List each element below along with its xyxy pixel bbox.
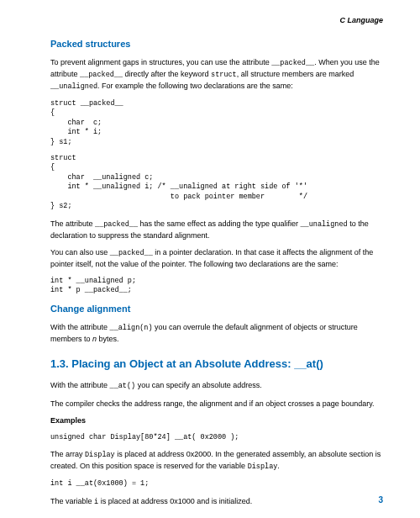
code-inline: __unaligned: [301, 220, 348, 229]
text: The variable: [50, 497, 94, 505]
code-inline: __packed__: [95, 220, 138, 229]
text: .: [277, 462, 280, 470]
code-inline: Display: [248, 462, 278, 471]
code-inline: Display: [85, 451, 115, 459]
examples-label: Examples: [50, 415, 383, 426]
text: The attribute: [50, 219, 95, 228]
paragraph: The variable i is placed at address 0x10…: [50, 496, 383, 508]
code-block: struct __packed__ { char c; int * i; } s…: [50, 99, 383, 147]
text: is placed at address 0x1000 and is initi…: [98, 497, 252, 505]
text: To prevent alignment gaps in structures,…: [50, 58, 271, 66]
text: directly after the keyword: [123, 70, 211, 78]
text: You can also use: [50, 248, 110, 256]
section-heading-alignment: Change alignment: [50, 303, 383, 315]
section-heading-packed: Packed structures: [50, 38, 383, 50]
code-inline: __packed__: [271, 59, 314, 67]
code-inline: __packed__: [110, 249, 153, 257]
text: , all structure members are marked: [237, 70, 354, 78]
code-block: struct { char __unaligned c; int * __una…: [50, 154, 383, 212]
paragraph: The attribute __packed__ has the same ef…: [50, 219, 383, 240]
code-block: unsigned char Display[80*24] __at( 0x200…: [50, 433, 383, 442]
code-block: int i __at(0x1000) = 1;: [50, 479, 383, 489]
paragraph: To prevent alignment gaps in structures,…: [50, 57, 383, 92]
text: has the same effect as adding the type q…: [138, 219, 300, 228]
text: . For example the following two declarat…: [97, 82, 293, 90]
text: With the attribute: [50, 381, 110, 389]
paragraph: The array Display is placed at address 0…: [50, 449, 383, 473]
code-inline: struct: [211, 71, 237, 79]
text: you can specify an absolute address.: [135, 381, 262, 389]
code-block: int * __unaligned p; int * p __packed__;: [50, 277, 383, 296]
text: bytes.: [97, 335, 119, 343]
page-number: 3: [378, 494, 383, 506]
paragraph: You can also use __packed__ in a pointer…: [50, 247, 383, 269]
code-inline: __at(): [110, 382, 136, 390]
text: With the attribute: [50, 323, 110, 331]
code-inline: __unaligned: [50, 82, 97, 91]
paragraph: The compiler checks the address range, t…: [50, 399, 383, 410]
code-inline: __align(n): [110, 324, 153, 332]
paragraph: With the attribute __at() you can specif…: [50, 380, 383, 392]
text: The array: [50, 450, 85, 458]
page-header: C Language: [50, 15, 383, 26]
section-heading-at: 1.3. Placing an Object at an Absolute Ad…: [50, 357, 383, 372]
code-inline: __packed__: [80, 71, 123, 79]
paragraph: With the attribute __align(n) you can ov…: [50, 322, 383, 344]
